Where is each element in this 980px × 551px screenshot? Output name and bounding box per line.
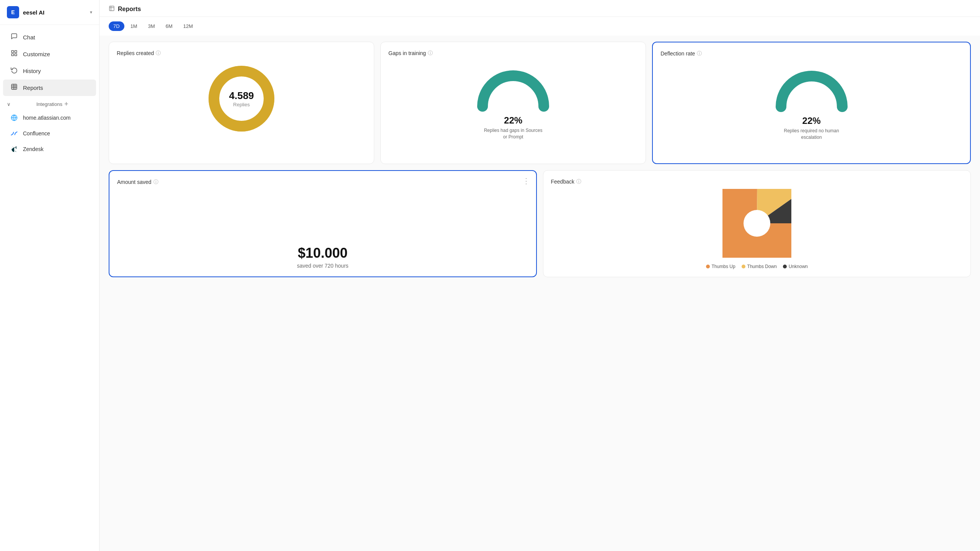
sidebar-item-history[interactable]: History	[3, 63, 96, 79]
integration-zendesk-label: Zendesk	[23, 146, 44, 152]
app-header[interactable]: E eesel AI ▾	[0, 0, 99, 25]
replies-created-card: Replies created ⓘ 4.589 Replies	[109, 42, 374, 164]
filter-3m[interactable]: 3M	[143, 21, 160, 31]
page-header: Reports	[99, 0, 980, 17]
amount-saved-value: $10.000	[298, 245, 347, 261]
filter-1m[interactable]: 1M	[126, 21, 142, 31]
gaps-gauge-chart	[475, 68, 551, 112]
legend-unknown: Unknown	[783, 264, 808, 269]
integrations-chevron: ∨	[7, 101, 35, 107]
filter-7d[interactable]: 7D	[109, 21, 124, 31]
deflection-description: Replies required no human escalation	[781, 128, 842, 141]
deflection-card-title: Deflection rate ⓘ	[660, 50, 702, 57]
svg-rect-1	[15, 50, 17, 52]
bottom-cards-row: Amount saved ⓘ ⋮ $10.000 saved over 720 …	[99, 170, 980, 286]
reports-header-icon	[109, 5, 115, 13]
amount-saved-content: $10.000 saved over 720 hours	[117, 185, 528, 269]
feedback-legend: Thumbs Up Thumbs Down Unknown	[706, 264, 808, 269]
confluence-icon	[10, 129, 18, 138]
replies-card-title: Replies created ⓘ	[117, 50, 161, 57]
feedback-title: Feedback ⓘ	[551, 178, 963, 185]
deflection-gauge-chart	[773, 68, 850, 112]
amount-saved-menu-icon[interactable]: ⋮	[522, 177, 530, 185]
legend-thumbs-up: Thumbs Up	[706, 264, 735, 269]
svg-rect-3	[15, 54, 17, 56]
main-content: Reports 7D 1M 3M 6M 12M Replies created …	[99, 0, 980, 551]
globe-icon	[10, 114, 18, 122]
svg-point-19	[744, 210, 770, 237]
sidebar-item-label-customize: Customize	[23, 51, 50, 57]
gaps-description: Replies had gaps in Sources or Prompt	[483, 127, 544, 140]
svg-rect-2	[11, 54, 13, 56]
gaps-percent: 22%	[504, 115, 522, 126]
thumbs-down-dot	[742, 265, 745, 268]
svg-rect-0	[11, 50, 13, 52]
replies-info-icon[interactable]: ⓘ	[156, 50, 161, 57]
top-cards-row: Replies created ⓘ 4.589 Replies Gaps in …	[99, 36, 980, 170]
filter-6m[interactable]: 6M	[161, 21, 177, 31]
deflection-rate-card: Deflection rate ⓘ 22% Replies required n…	[652, 42, 971, 164]
sidebar: E eesel AI ▾ Chat Customize History	[0, 0, 99, 551]
deflection-percent: 22%	[802, 115, 821, 126]
deflection-gauge-wrapper: 22% Replies required no human escalation	[773, 68, 850, 141]
sidebar-item-label-reports: Reports	[23, 85, 43, 91]
sidebar-item-label-history: History	[23, 68, 41, 74]
avatar: E	[7, 6, 19, 18]
app-name: eesel AI	[23, 9, 44, 16]
chat-icon	[10, 33, 18, 42]
replies-center-value: 4.589 Replies	[229, 90, 254, 107]
sidebar-item-customize[interactable]: Customize	[3, 46, 96, 62]
reports-icon	[10, 83, 18, 92]
integration-atlassian-label: home.atlassian.com	[23, 115, 71, 121]
feedback-info-icon[interactable]: ⓘ	[576, 178, 581, 185]
thumbs-up-dot	[706, 265, 710, 268]
deflection-info-icon[interactable]: ⓘ	[697, 50, 702, 57]
amount-saved-description: saved over 720 hours	[297, 263, 349, 269]
integration-atlassian[interactable]: home.atlassian.com	[3, 110, 96, 125]
gaps-info-icon[interactable]: ⓘ	[428, 50, 433, 57]
page-title: Reports	[118, 6, 141, 13]
integrations-label: Integrations	[36, 101, 64, 107]
integration-zendesk[interactable]: Zendesk	[3, 141, 96, 157]
sidebar-nav: Chat Customize History Reports ∨ Integra…	[0, 25, 99, 551]
gaps-training-card: Gaps in training ⓘ 22% Replies had gaps …	[380, 42, 646, 164]
history-icon	[10, 67, 18, 75]
time-filter-bar: 7D 1M 3M 6M 12M	[99, 17, 980, 36]
amount-saved-card: Amount saved ⓘ ⋮ $10.000 saved over 720 …	[109, 170, 537, 277]
sidebar-item-label-chat: Chat	[23, 34, 35, 41]
customize-icon	[10, 50, 18, 59]
svg-rect-4	[11, 84, 17, 89]
svg-rect-11	[109, 6, 114, 11]
feedback-pie-chart	[722, 189, 791, 258]
amount-saved-title: Amount saved ⓘ	[117, 179, 158, 185]
integrations-section: ∨ Integrations +	[0, 96, 99, 110]
amount-saved-info-icon[interactable]: ⓘ	[153, 179, 158, 185]
filter-12m[interactable]: 12M	[179, 21, 197, 31]
legend-thumbs-down: Thumbs Down	[742, 264, 777, 269]
gaps-gauge-wrapper: 22% Replies had gaps in Sources or Promp…	[475, 68, 551, 140]
replies-donut-chart: 4.589 Replies	[207, 64, 276, 133]
integration-confluence[interactable]: Confluence	[3, 126, 96, 141]
sidebar-item-reports[interactable]: Reports	[3, 80, 96, 96]
feedback-card: Feedback ⓘ Thumbs Up	[543, 170, 971, 277]
add-integration-button[interactable]: +	[64, 100, 92, 108]
unknown-dot	[783, 265, 787, 268]
gaps-card-title: Gaps in training ⓘ	[388, 50, 433, 57]
sidebar-item-chat[interactable]: Chat	[3, 29, 96, 46]
zendesk-icon	[10, 145, 18, 153]
feedback-chart-wrapper: Thumbs Up Thumbs Down Unknown	[706, 189, 808, 269]
integration-confluence-label: Confluence	[23, 130, 50, 137]
chevron-down-icon: ▾	[90, 10, 92, 15]
